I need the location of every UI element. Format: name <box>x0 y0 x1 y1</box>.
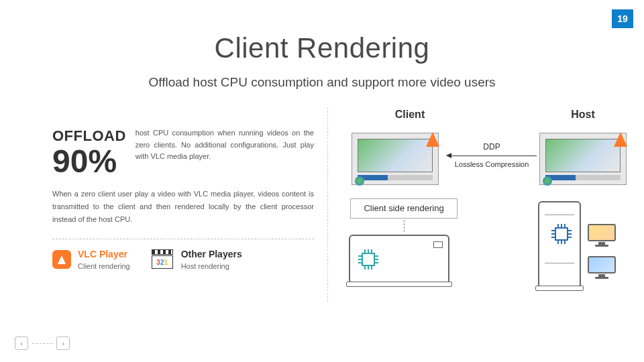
svg-rect-13 <box>555 228 568 240</box>
page-subtitle: Offload host CPU consumption and support… <box>0 75 644 90</box>
explanation-paragraph: When a zero client user play a video wit… <box>52 188 314 225</box>
offload-label: OFFLOAD <box>52 127 126 145</box>
svg-rect-0 <box>362 253 374 265</box>
monitor-icon <box>588 224 616 247</box>
arrow-label-lossless: Lossless Compression <box>447 160 537 168</box>
cpu-chip-icon <box>550 223 573 245</box>
client-device <box>349 235 449 284</box>
mpc-icon: 321 <box>150 249 174 269</box>
dotted-separator <box>52 239 314 239</box>
offload-block: OFFLOAD 90% host CPU consumption when ru… <box>52 127 314 178</box>
client-side-rendering-callout: Client side rendering <box>350 198 458 232</box>
vlc-title: VLC Player <box>78 249 130 259</box>
csr-connector <box>404 220 405 232</box>
arrow-label-ddp: DDP <box>447 142 537 152</box>
client-video-thumbnail <box>352 133 439 185</box>
host-video-thumbnail <box>539 133 627 185</box>
right-column-header: Client Host <box>339 109 635 121</box>
host-column-label: Host <box>533 109 633 121</box>
thumbnails-row: DDP Lossless Compression <box>339 133 635 193</box>
page-title: Client Rendering <box>0 32 644 64</box>
vlc-cone-icon <box>614 132 627 147</box>
slide: 19 Client Rendering Offload host CPU con… <box>0 0 644 362</box>
slide-nav: ‹ › <box>15 337 70 350</box>
transmission-arrow: DDP Lossless Compression <box>447 142 537 168</box>
other-players-subtitle: Host rendering <box>181 262 242 270</box>
csr-label: Client side rendering <box>350 198 458 219</box>
player-other: 321 Other Players Host rendering <box>150 249 242 270</box>
windows-start-icon <box>355 176 364 186</box>
vlc-subtitle: Client rendering <box>78 262 130 270</box>
vertical-separator <box>327 107 328 302</box>
players-row: VLC Player Client rendering 321 Other Pl… <box>52 249 314 270</box>
next-slide-button[interactable]: › <box>56 337 70 350</box>
offload-figures: OFFLOAD 90% <box>52 127 126 178</box>
client-column-label: Client <box>339 109 480 121</box>
host-server <box>538 201 581 288</box>
nav-dots <box>32 343 52 344</box>
cpu-chip-icon <box>357 248 380 271</box>
other-players-title: Other Players <box>181 249 242 259</box>
offload-percent: 90% <box>52 145 126 178</box>
vlc-icon <box>52 250 71 269</box>
vlc-cone-icon <box>426 132 439 147</box>
page-number-badge: 19 <box>612 9 633 28</box>
monitor-icon <box>588 256 616 279</box>
prev-slide-button[interactable]: ‹ <box>15 337 28 350</box>
windows-start-icon <box>543 176 552 186</box>
player-vlc: VLC Player Client rendering <box>52 249 130 270</box>
offload-description: host CPU consumption when running videos… <box>136 127 314 178</box>
left-column: OFFLOAD 90% host CPU consumption when ru… <box>52 127 314 270</box>
